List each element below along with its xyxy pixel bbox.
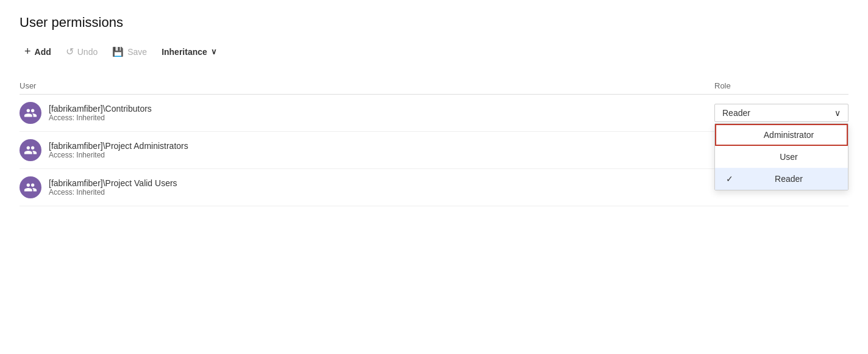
user-name: [fabrikamfiber]\Contributors [49, 104, 152, 114]
add-label: Add [35, 47, 51, 57]
col-role-header: Role [714, 81, 848, 90]
user-info: [fabrikamfiber]\Project Valid Users Acce… [20, 176, 714, 198]
avatar [20, 139, 41, 161]
user-access: Access: Inherited [49, 188, 177, 197]
user-info: [fabrikamfiber]\Project Administrators A… [20, 139, 714, 161]
user-group-icon [24, 106, 37, 120]
user-group-icon [24, 143, 37, 157]
dropdown-menu: Administrator User ✓ Reader [714, 123, 848, 190]
chevron-down-icon: ∨ [211, 47, 217, 56]
user-info: [fabrikamfiber]\Contributors Access: Inh… [20, 102, 714, 124]
check-icon: ✓ [725, 174, 735, 184]
user-details: [fabrikamfiber]\Project Administrators A… [49, 141, 188, 159]
check-placeholder [725, 152, 735, 162]
user-name: [fabrikamfiber]\Project Administrators [49, 141, 188, 151]
undo-label: Undo [77, 47, 98, 57]
save-icon: 💾 [112, 46, 124, 57]
page: User permissions + Add ↺ Undo 💾 Save Inh… [0, 0, 868, 354]
dropdown-item-label: Administrator [739, 130, 838, 140]
avatar [20, 176, 41, 198]
inheritance-button[interactable]: Inheritance ∨ [157, 45, 222, 59]
user-access: Access: Inherited [49, 151, 188, 159]
check-placeholder [725, 130, 735, 140]
dropdown-item-administrator[interactable]: Administrator [715, 124, 848, 146]
role-value: Reader [722, 108, 750, 118]
inheritance-label: Inheritance [162, 47, 207, 57]
col-user-header: User [20, 81, 714, 90]
table-header: User Role [20, 78, 848, 95]
avatar [20, 102, 41, 124]
dropdown-item-reader[interactable]: ✓ Reader [715, 168, 848, 190]
save-label: Save [127, 47, 147, 57]
dropdown-item-user[interactable]: User [715, 146, 848, 168]
toolbar: + Add ↺ Undo 💾 Save Inheritance ∨ [20, 43, 848, 65]
dropdown-item-label: User [739, 152, 838, 162]
dropdown-item-label: Reader [739, 174, 838, 184]
save-button[interactable]: 💾 Save [107, 44, 152, 60]
table-row: [fabrikamfiber]\Contributors Access: Inh… [20, 95, 848, 132]
user-group-icon [24, 181, 37, 194]
user-access: Access: Inherited [49, 114, 152, 122]
chevron-down-icon: ∨ [834, 108, 841, 118]
role-select-wrapper: Reader ∨ Administrator User ✓ Reader [714, 104, 848, 122]
page-title: User permissions [20, 15, 848, 31]
user-details: [fabrikamfiber]\Project Valid Users Acce… [49, 178, 177, 197]
undo-icon: ↺ [66, 46, 74, 57]
role-select[interactable]: Reader ∨ [714, 104, 848, 122]
add-button[interactable]: + Add [20, 43, 56, 60]
undo-button[interactable]: ↺ Undo [61, 43, 102, 60]
user-name: [fabrikamfiber]\Project Valid Users [49, 178, 177, 188]
user-details: [fabrikamfiber]\Contributors Access: Inh… [49, 104, 152, 122]
plus-icon: + [24, 45, 31, 58]
